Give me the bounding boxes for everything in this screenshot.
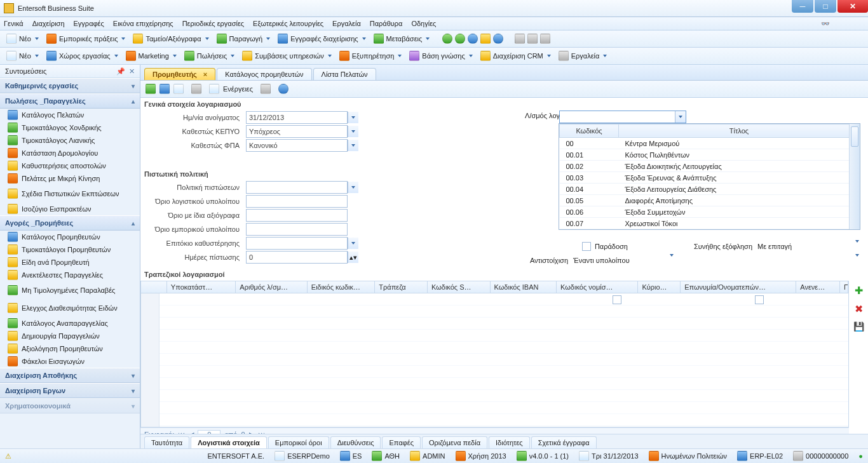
dropdown-icon[interactable]: [348, 140, 358, 151]
credit-days-input[interactable]: 0: [246, 251, 348, 264]
sidebar-item[interactable]: Κατάλογος Προμηθευτών: [0, 231, 140, 243]
lookup-scrollbar[interactable]: [849, 124, 860, 229]
menu-business[interactable]: Εικόνα επιχείρησης: [113, 20, 173, 27]
accept-icon[interactable]: [146, 84, 156, 94]
lookup-row[interactable]: 00.03Έξοδα Έρευνας & Ανάπτυξης: [560, 172, 860, 184]
close-panel-icon[interactable]: ✕: [129, 67, 135, 76]
tb1-prod[interactable]: Παραγωγή: [214, 32, 273, 45]
tile-h-icon[interactable]: [527, 34, 538, 44]
sidebar-item[interactable]: Σχέδια Πιστωτικών Εκπτώσεων: [0, 185, 140, 203]
save-icon[interactable]: [159, 84, 170, 94]
group-sales[interactable]: Πωλήσεις _Παραγγελίες▴: [0, 93, 140, 109]
sidebar-item[interactable]: Καθυστερήσεις αποστολών: [0, 159, 140, 172]
last-page-icon[interactable]: ⏭: [258, 431, 265, 434]
open-date-input[interactable]: 31/12/2013: [246, 111, 348, 124]
tb2-kb[interactable]: Βάση γνώσης: [407, 50, 475, 62]
checkbox-icon[interactable]: [613, 295, 621, 304]
credit-policy-select[interactable]: [246, 181, 348, 194]
sidebar-item[interactable]: Τιμοκατάλογος Λιανικής: [0, 134, 140, 147]
checkbox-icon[interactable]: [755, 295, 764, 304]
menu-tools[interactable]: Εργαλεία: [332, 20, 361, 27]
sidebar-item[interactable]: Δημιουργία Παραγγελιών: [0, 330, 140, 342]
tab-customers-list[interactable]: Λίστα Πελατών: [313, 68, 376, 80]
first-page-icon[interactable]: ⏮: [178, 431, 185, 434]
actions-menu[interactable]: Ενέργειες: [223, 85, 253, 93]
tb2-tools[interactable]: Εργαλεία: [556, 50, 610, 62]
tb2-service[interactable]: Εξυπηρέτηση: [337, 50, 405, 62]
print-icon[interactable]: [261, 84, 271, 94]
refresh-icon[interactable]: [468, 34, 478, 44]
group-purchases[interactable]: Αγορές _Προμήθειες▴: [0, 215, 140, 231]
tab-supplier[interactable]: Προμηθευτής×: [144, 68, 215, 80]
warning-icon[interactable]: ⚠: [5, 452, 11, 460]
sidebar-item[interactable]: Πελάτες με Μικρή Κίνηση: [0, 172, 140, 185]
btab-accounting[interactable]: Λογιστικά στοιχεία: [191, 436, 267, 448]
menu-help[interactable]: Οδηγίες: [411, 20, 436, 27]
next-page-icon[interactable]: ▶: [249, 431, 254, 434]
menu-manage[interactable]: Διαχείριση: [32, 20, 65, 27]
sidebar-item[interactable]: Μη Τιμολογημένες Παραλαβές: [0, 281, 140, 299]
lookup-row[interactable]: 00.01Κόστος Πωληθέντων: [560, 149, 860, 161]
sidebar-item[interactable]: Τιμοκατάλογος Χονδρικής: [0, 121, 140, 134]
prev-page-icon[interactable]: ◀: [189, 431, 194, 434]
delete-row-icon[interactable]: ✖: [855, 303, 863, 315]
dropdown-icon[interactable]: [670, 257, 674, 264]
col[interactable]: Υποκατάστ…: [167, 281, 236, 293]
date-dropdown-icon[interactable]: [348, 112, 358, 123]
group-warehouse[interactable]: Διαχείριση Αποθήκης▾: [0, 368, 140, 383]
col[interactable]: Ειδικός κωδικ…: [308, 281, 376, 293]
menu-external[interactable]: Εξωτερικές λειτουργίες: [253, 20, 323, 27]
btab-identity[interactable]: Ταυτότητα: [144, 436, 189, 448]
tab-suppliers-list[interactable]: Κατάλογος προμηθευτών: [217, 68, 311, 80]
lookup-row[interactable]: 00.05Διαφορές Αποτίμησης: [560, 195, 860, 206]
lookup-col-title[interactable]: Τίτλος: [619, 124, 860, 138]
spinner-icon[interactable]: ▴▾: [348, 252, 358, 263]
tile-v-icon[interactable]: [540, 34, 550, 44]
tb1-mgmt[interactable]: Εγγραφές διαχείρισης: [275, 32, 368, 45]
own-limit-input[interactable]: [246, 209, 348, 222]
sidebar-item[interactable]: Φάκελοι Εισαγωγών: [0, 355, 140, 368]
lookup-row[interactable]: 00.04Έξοδα Λειτουργείας Διάθεσης: [560, 184, 860, 195]
tb1-trans[interactable]: Μεταβάσεις: [371, 32, 433, 45]
col[interactable]: Κύριο…: [638, 281, 681, 293]
sidebar-item[interactable]: Ισοζύγιο Εισπρακτέων: [0, 203, 140, 215]
page-input[interactable]: 0: [198, 430, 220, 434]
btab-addr[interactable]: Διευθύνσεις: [330, 436, 381, 448]
paste-icon[interactable]: [209, 84, 219, 94]
tb2-contracts[interactable]: Συμβάσεις υπηρεσιών: [240, 50, 334, 62]
tb2-new[interactable]: Νέο: [4, 50, 41, 62]
nav-back-icon[interactable]: [442, 34, 452, 44]
dropdown-icon[interactable]: [348, 182, 358, 193]
window-maximize-button[interactable]: □: [815, 0, 836, 13]
fpa-select[interactable]: Κανονικό: [246, 139, 348, 152]
dropdown-icon[interactable]: [855, 257, 859, 264]
menu-entries[interactable]: Εγγραφές: [74, 20, 104, 27]
close-icon[interactable]: ×: [203, 70, 207, 78]
tb2-sales[interactable]: Πωλήσεις: [182, 50, 237, 62]
btab-docs[interactable]: Σχετικά έγγραφα: [531, 436, 597, 448]
add-row-icon[interactable]: ✚: [855, 285, 863, 297]
menu-periodic[interactable]: Περιοδικές εργασίες: [182, 20, 244, 27]
group-daily[interactable]: Καθημερινές εργασίες▾: [0, 78, 140, 93]
dropdown-icon[interactable]: [675, 111, 686, 123]
sidebar-item[interactable]: Κατάλογος Πελατών: [0, 109, 140, 121]
lookup-row[interactable]: 00Κέντρα Μερισμού: [560, 138, 860, 149]
sidebar-item[interactable]: Κατάσταση Δρομολογίου: [0, 147, 140, 159]
window-minimize-button[interactable]: ─: [792, 0, 813, 13]
save-as-icon[interactable]: [173, 84, 184, 94]
usual-pay-select[interactable]: Με επιταγή: [757, 243, 850, 250]
world-icon[interactable]: [493, 34, 503, 44]
tb1-trea[interactable]: Ταμείο/Αξιόγραφα: [130, 32, 211, 45]
help-icon[interactable]: [278, 84, 288, 94]
match-select[interactable]: Έναντι υπολοίπου: [573, 257, 665, 264]
account-input[interactable]: [559, 111, 686, 123]
delivery-check-field[interactable]: Παράδοση: [582, 242, 677, 251]
dropdown-icon[interactable]: [348, 238, 358, 249]
lookup-row[interactable]: 00.07Χρεωστικοί Τόκοι: [560, 218, 860, 229]
tb2-workspace[interactable]: Χώρος εργασίας: [44, 50, 121, 62]
col[interactable]: Τράπεζα: [375, 281, 428, 293]
menu-general[interactable]: Γενικά: [4, 20, 24, 27]
menu-windows[interactable]: Παράθυρα: [370, 20, 403, 27]
sidebar-item[interactable]: Αξιολόγηση Προμηθευτών: [0, 342, 140, 355]
sidebar-item[interactable]: Κατάλογος Αναπαραγγελίας: [0, 317, 140, 330]
